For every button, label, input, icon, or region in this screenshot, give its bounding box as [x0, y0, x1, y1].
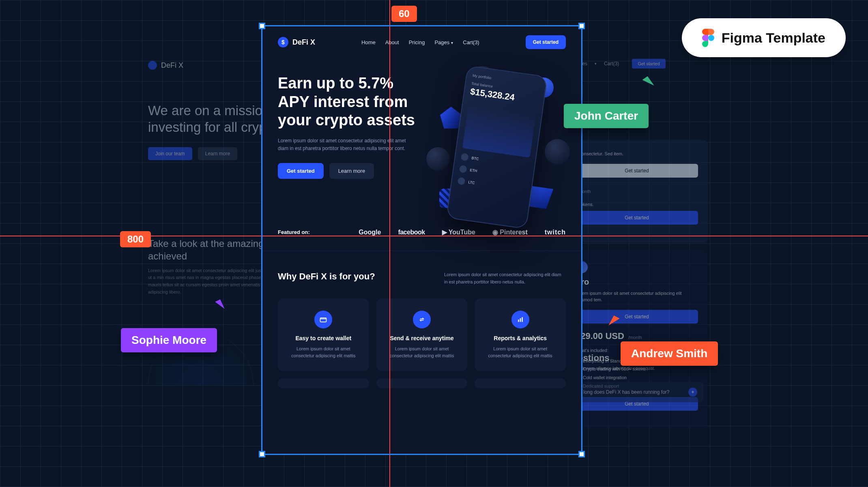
figma-template-badge: Figma Template: [682, 18, 846, 57]
ruler-vertical[interactable]: [389, 0, 390, 487]
hero-learn-more-button[interactable]: Learn more: [329, 163, 374, 179]
svg-rect-2: [520, 318, 521, 322]
bg-join-button[interactable]: Join our team: [148, 147, 192, 160]
nav-home[interactable]: Home: [361, 39, 376, 45]
figma-badge-label: Figma Template: [722, 30, 825, 46]
pro-plan-period: /month: [628, 335, 642, 340]
wallet-icon: [314, 311, 332, 328]
logo-facebook: facebook: [398, 229, 425, 236]
nav-about[interactable]: About: [385, 39, 399, 45]
feature-card-wallet[interactable]: Easy to create wallet Lorem ipsum dolor …: [278, 298, 369, 371]
bg-tokens-line: 0 tokens.: [576, 202, 698, 207]
logo-pinterest: Pinterest: [492, 228, 528, 236]
main-nav: Home About Pricing Pages Cart(3): [361, 39, 479, 45]
card-reports-body: Lorem ipsum dolor sit amet consectetur a…: [482, 345, 559, 359]
ltc-coin-icon: [426, 147, 450, 171]
phone-asset-1-label: BTC: [471, 156, 479, 161]
logo-twitch: twitch: [545, 229, 566, 236]
nav-pricing[interactable]: Pricing: [409, 39, 425, 45]
bg-learn-button[interactable]: Learn more: [198, 147, 237, 160]
card-wallet-body: Lorem ipsum dolor sit amet consectetur a…: [285, 345, 362, 359]
chart-bar-icon: [511, 311, 529, 328]
hero-body: Lorem ipsum dolor sit amet consectetur a…: [278, 137, 408, 152]
bg-plan-cta-1b[interactable]: Get started: [576, 211, 698, 225]
why-body: Lorem ipsum dolor sit amet consectetur a…: [444, 271, 566, 285]
site-header: DeFi X Home About Pricing Pages Cart(3) …: [262, 26, 581, 58]
brand[interactable]: DeFi X: [278, 37, 315, 47]
faq-sub: exercitationem ullamco laboris do conseq…: [566, 366, 704, 371]
phone-asset-3-label: LTC: [468, 180, 475, 185]
collaborator-tag-purple: Sophie Moore: [121, 328, 217, 352]
why-section: Why DeFi X is for you? Lorem ipsum dolor…: [262, 251, 581, 400]
nav-pages[interactable]: Pages: [434, 39, 453, 45]
btc-coin-icon: [545, 139, 570, 164]
bg-right-get-started[interactable]: Get started: [632, 59, 665, 69]
brand-icon: [278, 37, 288, 47]
card-send-title: Send & receive anytime: [384, 335, 460, 341]
bg-plan-desc-1: a consectetur. Sed item.: [576, 150, 698, 157]
ruler-badge-left: 800: [120, 231, 151, 247]
collaborator-tag-green: John Carter: [564, 104, 649, 128]
faq-item-1-label: How long does DeFi X has been running fo…: [572, 389, 669, 395]
svg-rect-3: [522, 317, 523, 322]
feature-card-placeholder-3[interactable]: [475, 378, 566, 388]
svg-rect-1: [518, 320, 519, 322]
hero-title: Earn up to 5.7% APY interest from your c…: [278, 74, 416, 130]
card-send-body: Lorem ipsum dolor sit amet consectetur a…: [384, 345, 460, 359]
header-get-started-button[interactable]: Get started: [526, 35, 566, 49]
phone-asset-2-label: ETH: [470, 168, 477, 173]
pro-plan-price: $29.00 USD: [576, 331, 624, 341]
feature-card-placeholder-1[interactable]: [278, 378, 369, 388]
faq-expand-icon[interactable]: +: [688, 388, 697, 397]
collaborator-tag-orange: Andrew Smith: [621, 341, 718, 366]
hero-get-started-button[interactable]: Get started: [278, 163, 324, 179]
pro-plan-cta[interactable]: Get started: [576, 310, 698, 324]
selected-frame-home[interactable]: DeFi X Home About Pricing Pages Cart(3) …: [262, 26, 581, 454]
bg-brand-name: DeFi X: [161, 61, 183, 70]
background-frame-right-nav[interactable]: Pages ▾ Cart(3) Get started: [574, 59, 703, 69]
why-heading: Why DeFi X is for you?: [278, 271, 375, 285]
logo-youtube: YouTube: [442, 228, 475, 236]
nav-cart[interactable]: Cart(3): [463, 39, 479, 45]
bg-plan-cta-1[interactable]: Get started: [576, 164, 698, 178]
faq-item-1[interactable]: How long does DeFi X has been running fo…: [566, 382, 704, 402]
pro-plan-desc: Lorem ipsum dolor sit amet consectetur a…: [576, 290, 698, 303]
transfer-icon: [413, 311, 431, 328]
featured-label: Featured on:: [278, 229, 310, 235]
brand-name: DeFi X: [292, 38, 315, 47]
card-wallet-title: Easy to create wallet: [285, 335, 362, 341]
ruler-badge-top: 60: [391, 6, 417, 22]
phone-chart: [462, 104, 536, 157]
hero-section: Earn up to 5.7% APY interest from your c…: [262, 58, 581, 220]
pro-plan-name: Pro: [576, 277, 698, 287]
hero-illustration: My portfolio Total balance $15,328.24 BT…: [428, 74, 566, 212]
card-reports-title: Reports & analytics: [482, 335, 559, 341]
logo-google: Google: [359, 229, 381, 236]
feature-card-reports[interactable]: Reports & analytics Lorem ipsum dolor si…: [475, 298, 566, 371]
figma-logo-icon: [702, 29, 714, 47]
bg-brand-icon: [148, 61, 157, 70]
bg-right-nav-cart[interactable]: Cart(3): [604, 61, 619, 67]
svg-rect-0: [320, 318, 327, 322]
